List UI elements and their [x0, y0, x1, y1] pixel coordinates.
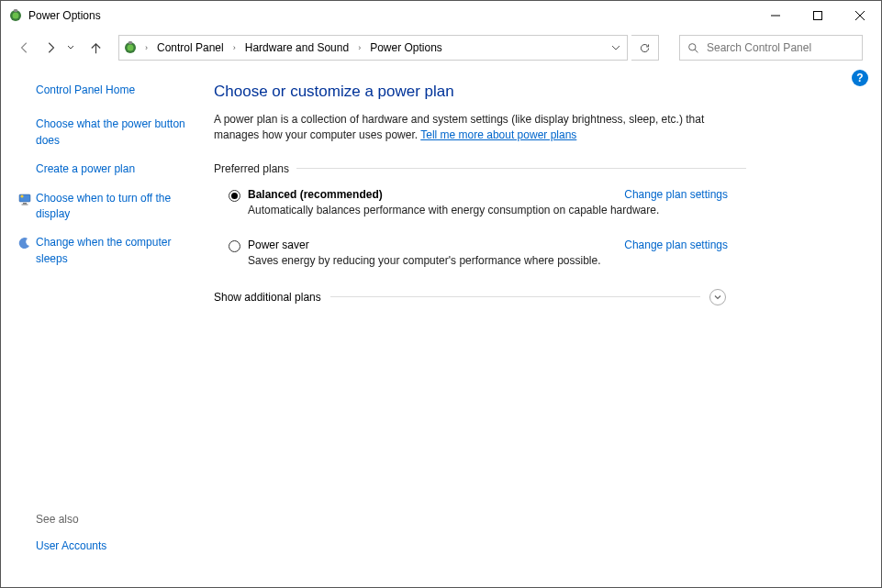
help-icon[interactable]: ? [852, 70, 868, 86]
svg-rect-4 [814, 11, 822, 19]
breadcrumb-power-options[interactable]: Power Options [364, 36, 448, 60]
address-icon [123, 40, 138, 55]
breadcrumb-hardware-sound[interactable]: Hardware and Sound [240, 36, 354, 60]
preferred-plans-label: Preferred plans [214, 162, 746, 175]
main-area: Control Panel Home Choose what the power… [1, 66, 881, 587]
sidebar-choose-power-button[interactable]: Choose what the power button does [36, 116, 186, 149]
svg-rect-9 [128, 41, 132, 44]
sidebar-turn-off-display[interactable]: Choose when to turn off the display [17, 191, 186, 223]
navigation-bar: › Control Panel › Hardware and Sound › P… [1, 29, 881, 66]
address-dropdown[interactable] [605, 36, 627, 60]
breadcrumb-sep-icon[interactable]: › [354, 43, 364, 52]
page-heading: Choose or customize a power plan [214, 83, 746, 101]
sidebar-home-link[interactable]: Control Panel Home [36, 83, 186, 98]
svg-point-10 [689, 43, 696, 50]
svg-rect-2 [14, 9, 17, 12]
svg-point-15 [20, 194, 23, 197]
breadcrumb-control-panel[interactable]: Control Panel [151, 36, 229, 60]
learn-more-link[interactable]: Tell me more about power plans [420, 128, 576, 141]
maximize-button[interactable] [797, 1, 839, 29]
svg-rect-14 [22, 204, 28, 205]
divider-line [330, 296, 700, 297]
sidebar: Control Panel Home Choose what the power… [1, 66, 203, 587]
sidebar-computer-sleeps[interactable]: Change when the computer sleeps [17, 235, 186, 267]
svg-point-1 [13, 12, 19, 18]
recent-locations-dropdown[interactable] [65, 44, 76, 51]
plan-balanced: Balanced (recommended) Change plan setti… [214, 188, 746, 202]
sidebar-computer-sleeps-link[interactable]: Change when the computer sleeps [36, 235, 186, 267]
plan-balanced-radio[interactable] [229, 190, 240, 202]
breadcrumb-sep-icon[interactable]: › [229, 43, 240, 52]
app-icon [8, 8, 23, 23]
plan-power-saver-radio[interactable] [229, 240, 240, 252]
plan-power-saver-name[interactable]: Power saver [248, 239, 617, 251]
close-button[interactable] [839, 1, 881, 29]
sidebar-create-plan[interactable]: Create a power plan [36, 161, 186, 177]
plan-power-saver-desc: Saves energy by reducing your computer's… [214, 254, 746, 267]
window-title: Power Options [28, 9, 754, 22]
address-bar[interactable]: › Control Panel › Hardware and Sound › P… [118, 35, 628, 61]
change-plan-settings-power-saver[interactable]: Change plan settings [624, 239, 728, 251]
plan-power-saver: Power saver Change plan settings [214, 239, 746, 252]
divider-line [296, 168, 746, 169]
monitor-icon [17, 192, 32, 206]
change-plan-settings-balanced[interactable]: Change plan settings [624, 188, 728, 201]
title-bar: Power Options [1, 1, 881, 29]
up-button[interactable] [84, 36, 107, 60]
moon-icon [17, 236, 32, 250]
plan-balanced-desc: Automatically balances performance with … [214, 204, 746, 216]
plan-balanced-name[interactable]: Balanced (recommended) [248, 188, 617, 201]
see-also-user-accounts[interactable]: User Accounts [36, 539, 106, 552]
content-area: ? Choose or customize a power plan A pow… [203, 66, 881, 587]
expand-button[interactable] [709, 289, 726, 305]
refresh-button[interactable] [631, 35, 659, 61]
show-additional-plans-label: Show additional plans [214, 291, 321, 304]
chevron-down-icon [713, 293, 722, 302]
svg-line-11 [695, 50, 698, 52]
search-icon [687, 42, 699, 54]
minimize-button[interactable] [754, 1, 797, 29]
search-input[interactable] [707, 41, 854, 54]
back-button[interactable] [14, 37, 36, 59]
sidebar-turn-off-display-link[interactable]: Choose when to turn off the display [36, 191, 186, 223]
see-also-label: See also [36, 513, 186, 526]
svg-rect-13 [23, 203, 27, 205]
show-additional-plans[interactable]: Show additional plans [214, 289, 746, 305]
page-description: A power plan is a collection of hardware… [214, 112, 746, 144]
forward-button[interactable] [39, 37, 61, 59]
svg-point-8 [128, 45, 134, 51]
search-box[interactable] [679, 35, 863, 61]
breadcrumb-sep-icon[interactable]: › [141, 43, 151, 52]
